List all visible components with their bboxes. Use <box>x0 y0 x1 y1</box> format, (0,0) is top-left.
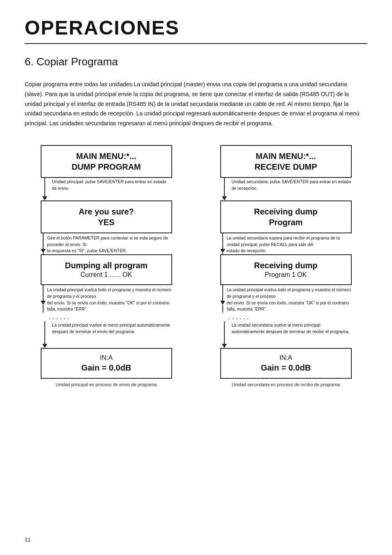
right-box1-line2: RECEIVE DUMP <box>228 161 344 172</box>
intro-paragraph: Copiar programa entre todas las unidades… <box>25 80 367 129</box>
page-number: 11 <box>25 537 30 543</box>
left-box3-line1: Dumping all program <box>49 260 164 271</box>
left-box2-line2: YES <box>49 217 164 228</box>
right-ann2-block: La unidad secundaria espera para recibir… <box>220 233 352 254</box>
left-ann2-block: Gire el botón PARAMETER para contestar s… <box>41 233 172 254</box>
right-box3-line1: Receiving dump <box>228 260 344 271</box>
right-box2-line2: Program <box>228 217 344 228</box>
left-ann4-text: La unidad principal vuelve al menú princ… <box>49 321 172 348</box>
right-dots: ...... <box>220 313 352 321</box>
right-ann2-arrow <box>220 233 227 254</box>
left-ann1-arrow <box>41 178 49 200</box>
right-ann2-text: La unidad secundaria espera para recibir… <box>227 233 352 254</box>
left-box-2: Are you sure? YES <box>41 200 172 233</box>
left-ann1-block: Unidad principal: pulse SAVE/ENTER para … <box>41 178 172 200</box>
left-box-3: Dumping all program Current 1 ...... OK <box>41 254 172 285</box>
right-box4-line1: IN:A <box>228 354 344 362</box>
left-ann1-text: Unidad principal: pulse SAVE/ENTER para … <box>49 178 172 200</box>
left-ann3-text: La unidad principal vuelca todo el progr… <box>47 285 172 313</box>
left-dots: ...... <box>41 313 172 321</box>
right-diagram-col: MAIN MENU:*... RECEIVE DUMP Unidad secun… <box>204 145 367 387</box>
right-ann1-arrow <box>220 178 228 200</box>
left-box-1: MAIN MENU:*... DUMP PROGRAM <box>41 145 172 178</box>
left-ann3-arrow <box>41 285 47 313</box>
left-box4-line2: Gain = 0.0dB <box>49 362 164 373</box>
left-box4-line1: IN:A <box>49 354 164 362</box>
left-box1-line2: DUMP PROGRAM <box>49 161 164 172</box>
right-ann4-text: La unidad secundaria vuelve al menú prin… <box>228 321 352 348</box>
left-ann4-arrow <box>41 321 49 348</box>
right-box-1: MAIN MENU:*... RECEIVE DUMP <box>220 145 352 178</box>
left-ann2-arrow <box>41 233 47 254</box>
title-divider <box>25 43 367 44</box>
left-ann3-block: La unidad principal vuelca todo el progr… <box>41 285 172 313</box>
right-box3-line2: Program 1 OK <box>228 271 344 279</box>
right-box2-line1: Receiving dump <box>228 206 344 217</box>
section-title: 6. Copiar Programa <box>25 55 367 68</box>
right-ann3-block: La unidad principal vuelca todo el progr… <box>220 285 352 313</box>
page-title: OPERACIONES <box>25 16 367 39</box>
left-box2-line1: Are you sure? <box>49 206 164 217</box>
left-box-4: IN:A Gain = 0.0dB <box>41 348 172 379</box>
right-ann1-block: Unidad secundaria: pulse SAVE/ENTER para… <box>220 178 352 200</box>
right-box-2: Receiving dump Program <box>220 200 352 233</box>
diagram-row: MAIN MENU:*... DUMP PROGRAM Unidad princ… <box>25 145 367 387</box>
right-ann3-arrow <box>220 285 227 313</box>
right-ann4-block: La unidad secundaria vuelve al menú prin… <box>220 321 352 348</box>
right-box-3: Receiving dump Program 1 OK <box>220 254 352 285</box>
left-ann4-block: La unidad principal vuelve al menú princ… <box>41 321 172 348</box>
left-box1-line1: MAIN MENU:*... <box>49 151 164 161</box>
right-ann1-text: Unidad secundaria: pulse SAVE/ENTER para… <box>228 178 352 200</box>
right-ann4-arrow <box>220 321 228 348</box>
right-ann3-text: La unidad principal vuelca todo el progr… <box>227 285 352 313</box>
left-ann2-text: Gire el botón PARAMETER para contestar s… <box>47 233 172 254</box>
right-box1-line1: MAIN MENU:*... <box>228 151 344 161</box>
right-box-4: IN:A Gain = 0.0dB <box>220 348 352 379</box>
left-box3-line2: Current 1 ...... OK <box>49 271 164 279</box>
left-diagram-col: MAIN MENU:*... DUMP PROGRAM Unidad princ… <box>25 145 188 387</box>
left-caption: Unidad principal en proceso de envio de … <box>55 382 157 387</box>
right-caption: Unidad secundaria en proceso de recibo d… <box>232 382 340 387</box>
right-box4-line2: Gain = 0.0dB <box>228 362 344 373</box>
